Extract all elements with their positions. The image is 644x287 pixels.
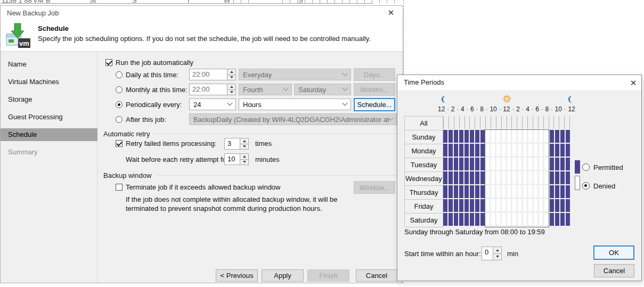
sidebar-item-schedule[interactable]: Schedule <box>1 128 97 141</box>
schedule-cell[interactable] <box>560 171 565 184</box>
schedule-cell[interactable] <box>443 158 447 170</box>
schedule-cell[interactable] <box>475 158 479 170</box>
schedule-cell[interactable] <box>507 130 511 143</box>
day-row-label[interactable]: Tuesday <box>404 158 443 172</box>
hour-tick-cell[interactable] <box>511 116 517 129</box>
schedule-cell[interactable] <box>544 130 549 143</box>
schedule-cell[interactable] <box>523 158 527 170</box>
schedule-cell[interactable] <box>502 199 506 212</box>
schedule-cell[interactable] <box>512 213 517 226</box>
schedule-cell[interactable] <box>454 171 458 184</box>
periodically-unit-combo[interactable]: Hours <box>239 99 351 110</box>
schedule-cell[interactable] <box>544 185 549 198</box>
schedule-cell[interactable] <box>459 171 463 184</box>
schedule-cell[interactable] <box>480 213 485 226</box>
schedule-cell[interactable] <box>486 199 490 212</box>
schedule-cell[interactable] <box>560 185 565 198</box>
schedule-cell[interactable] <box>507 199 511 212</box>
schedule-cell[interactable] <box>443 144 447 157</box>
close-icon[interactable]: ✕ <box>384 7 398 18</box>
schedule-cell[interactable] <box>464 158 469 170</box>
schedule-cell[interactable] <box>566 144 570 157</box>
daily-radio[interactable] <box>116 71 123 78</box>
day-row-label[interactable]: Saturday <box>404 213 443 227</box>
schedule-cell[interactable] <box>496 185 501 198</box>
apply-button[interactable]: Apply <box>262 269 304 282</box>
schedule-cell[interactable] <box>518 213 522 226</box>
hour-tick-cell[interactable] <box>564 116 569 129</box>
schedule-cell[interactable] <box>555 130 559 143</box>
close-icon[interactable]: ✕ <box>626 78 640 88</box>
schedule-cell[interactable] <box>475 199 479 212</box>
hour-tick-cell[interactable] <box>527 116 533 129</box>
schedule-cell[interactable] <box>454 158 458 170</box>
run-automatically-checkbox[interactable] <box>105 59 112 66</box>
schedule-cell[interactable] <box>512 144 517 157</box>
schedule-cell[interactable] <box>470 144 474 157</box>
schedule-cell[interactable] <box>534 144 538 157</box>
schedule-cell[interactable] <box>507 171 511 184</box>
schedule-cell[interactable] <box>528 144 533 157</box>
sidebar-item-storage[interactable]: Storage <box>1 93 97 106</box>
day-row-label[interactable]: All <box>404 116 443 130</box>
schedule-cell[interactable] <box>470 199 474 212</box>
schedule-cell[interactable] <box>464 144 469 157</box>
schedule-cell[interactable] <box>464 213 469 226</box>
schedule-cell[interactable] <box>523 199 527 212</box>
schedule-cell[interactable] <box>507 213 511 226</box>
schedule-cell[interactable] <box>459 185 463 198</box>
sidebar-item-name[interactable]: Name <box>1 58 97 71</box>
schedule-cell[interactable] <box>555 144 559 157</box>
schedule-cell[interactable] <box>523 185 527 198</box>
schedule-cell[interactable] <box>512 199 517 212</box>
hour-tick-cell[interactable] <box>475 116 480 129</box>
sidebar-item-virtual-machines[interactable]: Virtual Machines <box>1 76 97 88</box>
schedule-cell[interactable] <box>502 130 506 143</box>
schedule-cell[interactable] <box>486 144 490 157</box>
schedule-cell[interactable] <box>454 144 458 157</box>
schedule-cell[interactable] <box>566 171 570 184</box>
schedule-cell[interactable] <box>470 213 474 226</box>
sidebar-item-guest-processing[interactable]: Guest Processing <box>1 111 97 124</box>
schedule-cell[interactable] <box>459 213 463 226</box>
schedule-cell[interactable] <box>491 213 495 226</box>
hour-tick-cell[interactable] <box>559 116 564 129</box>
hour-tick-cell[interactable] <box>543 116 549 129</box>
retry-wait-spinner[interactable] <box>240 154 248 165</box>
schedule-cell[interactable] <box>449 185 453 198</box>
schedule-cell[interactable] <box>560 130 565 143</box>
hour-tick-cell[interactable] <box>454 116 459 129</box>
hour-tick-cell[interactable] <box>522 116 527 129</box>
schedule-cell[interactable] <box>459 144 463 157</box>
schedule-cell[interactable] <box>454 130 458 143</box>
schedule-cell[interactable] <box>544 144 549 157</box>
schedule-cell[interactable] <box>544 213 549 226</box>
schedule-cell[interactable] <box>454 199 458 212</box>
schedule-cell[interactable] <box>470 171 474 184</box>
schedule-cell[interactable] <box>528 130 533 143</box>
schedule-cell[interactable] <box>470 130 474 143</box>
schedule-cell[interactable] <box>480 199 485 212</box>
schedule-cell[interactable] <box>443 130 447 143</box>
monthly-radio[interactable] <box>116 86 123 93</box>
schedule-cell[interactable] <box>502 185 506 198</box>
schedule-cell[interactable] <box>502 158 506 170</box>
schedule-cell[interactable] <box>518 185 522 198</box>
schedule-cell[interactable] <box>507 185 511 198</box>
schedule-cell[interactable] <box>496 130 501 143</box>
schedule-cell[interactable] <box>550 144 554 157</box>
schedule-cell[interactable] <box>512 130 517 143</box>
day-row-label[interactable]: Thursday <box>404 185 443 200</box>
hour-tick-cell[interactable] <box>533 116 538 129</box>
day-row-label[interactable]: Wednesday <box>404 171 443 186</box>
hour-tick-cell[interactable] <box>507 116 512 129</box>
schedule-cell[interactable] <box>539 158 543 170</box>
schedule-cell[interactable] <box>480 144 485 157</box>
schedule-cell[interactable] <box>464 130 469 143</box>
schedule-cell[interactable] <box>555 185 559 198</box>
schedule-cell[interactable] <box>486 130 490 143</box>
permitted-radio[interactable] <box>582 163 590 171</box>
schedule-cell[interactable] <box>518 144 522 157</box>
hour-tick-cell[interactable] <box>459 116 464 129</box>
schedule-cell[interactable] <box>475 144 479 157</box>
